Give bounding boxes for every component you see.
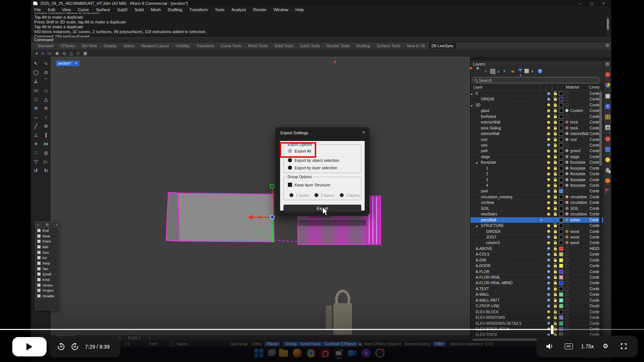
lock-icon[interactable] — [554, 236, 557, 239]
tab-mesh-tools[interactable]: Mesh Tools — [245, 43, 271, 49]
material-circle-icon[interactable] — [565, 201, 569, 204]
lock-icon[interactable] — [554, 311, 557, 314]
status-smarttrack[interactable]: SmartTrack — [298, 342, 323, 346]
gear-icon[interactable]: ⚙ — [605, 62, 610, 67]
material-circle-icon[interactable] — [565, 281, 569, 285]
layer-row-soil[interactable]: SOILSOILContin — [470, 206, 603, 211]
layer-row-0[interactable]: ◢0Contin — [470, 91, 603, 96]
status-planar[interactable]: Planar — [264, 342, 280, 346]
lock-icon[interactable] — [554, 288, 557, 291]
osnap-checkbox-end[interactable]: ✓ — [37, 229, 41, 232]
lock-icon[interactable] — [554, 110, 557, 112]
linetype-swatch-box[interactable] — [171, 342, 175, 346]
viewport-menu-arrow-icon[interactable]: ▼ — [73, 61, 77, 66]
osnap-checkbox-mid[interactable]: ✓ — [37, 245, 41, 249]
osnap-checkbox-point[interactable]: ✓ — [37, 240, 41, 243]
status-absolute-tolerance-0-01[interactable]: Absolute tolerance: 0.01 — [451, 342, 493, 346]
material-circle-icon[interactable] — [565, 258, 569, 262]
visibility-bulb-icon[interactable] — [547, 126, 550, 129]
visibility-bulb-icon[interactable] — [547, 259, 550, 262]
settings-gear-icon[interactable]: ⚙ — [603, 342, 608, 350]
command-prompt[interactable]: Command: — [31, 37, 611, 42]
visibility-bulb-icon[interactable] — [547, 150, 550, 153]
lightbulb-icon[interactable] — [605, 157, 610, 162]
material-circle-icon[interactable] — [565, 275, 569, 279]
layer-row-structure[interactable]: ◢STRUCTUREContin — [470, 223, 603, 228]
viewport-title-tab[interactable]: section* ▼ — [56, 61, 79, 66]
chrome-icon[interactable] — [307, 349, 315, 358]
tab-display[interactable]: Display — [101, 43, 120, 49]
parallel-icon[interactable]: ∥ — [41, 130, 51, 139]
layer-color-swatch[interactable] — [559, 189, 563, 193]
material-circle-icon[interactable] — [565, 138, 569, 141]
layer-color-swatch[interactable] — [559, 224, 563, 228]
layer-color-swatch[interactable] — [559, 252, 563, 256]
layer-color-swatch[interactable] — [559, 206, 563, 211]
duplicate-layer-icon[interactable] — [490, 69, 495, 74]
layer-color-swatch[interactable] — [559, 195, 563, 199]
radio-1-layers[interactable] — [289, 193, 294, 197]
visibility-bulb-icon[interactable] — [547, 184, 550, 187]
layer-color-swatch[interactable] — [559, 126, 563, 130]
layer-row-floorplate[interactable]: ◢floorplatefloorplateContin — [470, 160, 603, 165]
command-scrollbar[interactable] — [606, 15, 609, 36]
material-circle-icon[interactable] — [565, 195, 569, 199]
p-app-icon[interactable]: p — [362, 349, 371, 358]
tab-new-in-v8[interactable]: New in V8 — [404, 43, 428, 49]
osnap-close-icon[interactable]: × — [55, 222, 58, 227]
visibility-bulb-icon[interactable] — [547, 121, 550, 124]
lock-icon[interactable] — [554, 144, 557, 147]
osnap-checkbox-disable[interactable] — [37, 294, 41, 298]
tab-visibility[interactable]: Visibility — [172, 43, 193, 49]
layer-color-swatch[interactable] — [559, 304, 563, 308]
paintbrush-icon[interactable] — [604, 135, 611, 142]
material-circle-icon[interactable] — [565, 287, 569, 291]
lock-icon[interactable] — [554, 104, 557, 107]
tab-d5-livesync[interactable]: D5 LiveSync — [429, 43, 457, 49]
lock-icon[interactable] — [554, 213, 557, 216]
layer-row-exteriorwall[interactable]: exteriorWallbrickContin — [470, 119, 603, 125]
layer-color-swatch[interactable] — [559, 258, 563, 262]
d5-purple-icon[interactable]: ● — [41, 51, 44, 56]
status-osnap[interactable]: Osnap — [283, 342, 299, 346]
radio-2-layers[interactable] — [314, 193, 318, 197]
menu-mesh[interactable]: Mesh — [151, 7, 161, 12]
material-circle-icon[interactable] — [565, 235, 569, 239]
circle-icon[interactable]: ◯ — [31, 68, 41, 77]
osnap-checkbox-knot[interactable]: ✓ — [37, 278, 41, 281]
lock-icon[interactable] — [554, 167, 557, 170]
tool-ring-icon[interactable]: ◎ — [62, 51, 66, 56]
column-layer[interactable]: Layer — [473, 85, 483, 89]
lock-icon[interactable] — [554, 282, 557, 285]
lock-icon[interactable] — [554, 196, 557, 199]
progress-bar-remaining[interactable] — [552, 329, 644, 330]
menu-help[interactable]: Help — [295, 7, 304, 12]
boolean-union-icon[interactable]: ⊕ — [31, 103, 41, 112]
lock-icon[interactable] — [554, 317, 557, 319]
add-viewport-tab[interactable]: + — [145, 336, 153, 340]
expand-arrow-icon[interactable]: ◢ — [470, 91, 472, 97]
material-circle-icon[interactable] — [565, 183, 569, 187]
color-wheel-icon[interactable] — [605, 83, 610, 87]
visibility-bulb-icon[interactable] — [547, 161, 550, 164]
layers-vertical-scrollbar[interactable] — [599, 92, 602, 337]
visibility-bulb-icon[interactable] — [547, 276, 550, 279]
rhino-icon[interactable]: 8 — [334, 349, 343, 358]
viewport-canvas[interactable] — [51, 57, 470, 335]
array-icon[interactable]: ∷ — [31, 148, 41, 157]
material-circle-icon[interactable] — [565, 292, 569, 296]
menu-subd[interactable]: SubD — [117, 7, 128, 12]
library-chart-icon[interactable] — [605, 115, 610, 119]
layer-row-3[interactable]: 3floorplateContin — [470, 177, 603, 183]
lock-icon[interactable] — [554, 323, 557, 325]
menu-icon[interactable]: ≡ — [531, 69, 533, 73]
layer-row-firerated[interactable]: fireRatedContin — [470, 114, 603, 119]
lock-icon[interactable] — [554, 127, 557, 130]
radio-3-layers[interactable] — [340, 193, 344, 197]
material-circle-icon[interactable] — [565, 241, 569, 244]
visibility-bulb-icon[interactable] — [547, 224, 550, 227]
mesh-icon[interactable]: △ — [41, 94, 51, 103]
visibility-bulb-icon[interactable] — [547, 92, 550, 95]
visibility-bulb-icon[interactable] — [547, 305, 550, 308]
osnap-checkbox-quad[interactable]: ✓ — [37, 272, 41, 276]
